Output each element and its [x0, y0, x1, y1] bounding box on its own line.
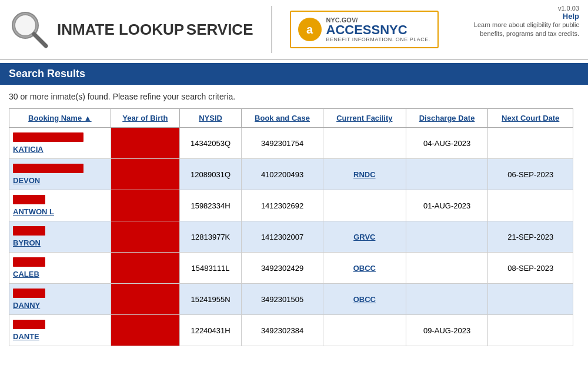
accessnyc-name-label: ACCESSNYC	[326, 24, 430, 37]
table-row: CALEB 15483111L3492302429OBCC08-SEP-2023	[9, 253, 573, 284]
help-area: v1.0.03 Help Learn more about eligibilit…	[450, 5, 579, 39]
next-court-date-cell	[488, 284, 573, 315]
table-row: KATICIA 14342053Q349230175404-AUG-2023	[9, 128, 573, 159]
nysid-cell: 15982334H	[179, 190, 241, 221]
year-of-birth-sort[interactable]: Year of Birth	[122, 114, 168, 122]
logo-area: INMATE LOOKUP SERVICE	[9, 9, 253, 50]
page-header: INMATE LOOKUP SERVICE a NYC.GOV/ ACCESSN…	[0, 0, 588, 60]
help-link[interactable]: Help	[450, 12, 579, 21]
discharge-date-sort[interactable]: Discharge Date	[419, 114, 475, 122]
table-row: DANTE 12240431H349230238409-AUG-2023	[9, 315, 573, 346]
name-redact-bar	[13, 132, 83, 142]
current-facility-sort[interactable]: Current Facility	[336, 114, 392, 122]
name-redact-bar	[13, 320, 45, 329]
accessnyc-icon: a	[298, 18, 322, 41]
inmate-name-link[interactable]: ANTWON L	[13, 207, 107, 216]
table-container: Booking Name ▲ Year of Birth NYSID Book …	[0, 108, 588, 346]
nysid-sort[interactable]: NYSID	[199, 114, 222, 122]
next-court-date-cell	[488, 315, 573, 346]
discharge-date-cell	[406, 221, 488, 253]
col-current-facility[interactable]: Current Facility	[323, 109, 406, 128]
col-nysid[interactable]: NYSID	[179, 109, 241, 128]
col-year-of-birth[interactable]: Year of Birth	[111, 109, 179, 128]
nysid-cell: 12813977K	[179, 221, 241, 253]
current-facility-cell[interactable]: GRVC	[323, 221, 406, 253]
table-row: DANNY 15241955N3492301505OBCC	[9, 284, 573, 315]
results-message: 30 or more inmate(s) found. Please refin…	[0, 85, 588, 108]
accessnyc-area: a NYC.GOV/ ACCESSNYC BENEFIT INFORMATION…	[290, 11, 439, 48]
col-next-court-date[interactable]: Next Court Date	[488, 109, 573, 128]
col-discharge-date[interactable]: Discharge Date	[406, 109, 488, 128]
inmate-name-link[interactable]: BYRON	[13, 238, 107, 247]
next-court-date-cell: 21-SEP-2023	[488, 221, 573, 253]
inmate-name-link[interactable]: KATICIA	[13, 145, 107, 154]
book-case-cell: 3492301754	[242, 128, 323, 159]
accessnyc-tagline-label: BENEFIT INFORMATION. ONE PLACE.	[326, 37, 430, 42]
help-description: Learn more about eligibility for public …	[450, 21, 579, 39]
search-results-bar: Search Results	[0, 63, 588, 85]
table-header-row: Booking Name ▲ Year of Birth NYSID Book …	[9, 109, 573, 128]
year-of-birth-cell	[111, 221, 179, 253]
facility-link[interactable]: OBCC	[353, 295, 376, 304]
year-of-birth-cell	[111, 253, 179, 284]
booking-name-sort[interactable]: Booking Name ▲	[28, 114, 92, 122]
name-redact-bar	[13, 226, 45, 236]
facility-link[interactable]: OBCC	[353, 264, 376, 273]
booking-name-cell: KATICIA	[9, 128, 111, 159]
inmate-name-link[interactable]: DANNY	[13, 301, 107, 310]
inmate-name-link[interactable]: CALEB	[13, 270, 107, 279]
header-divider	[271, 6, 272, 53]
name-redact-bar	[13, 257, 45, 267]
logo-title: INMATE LOOKUP SERVICE	[57, 21, 253, 38]
svg-line-2	[34, 34, 46, 46]
nysid-cell: 12240431H	[179, 315, 241, 346]
accessnyc-text-block: NYC.GOV/ ACCESSNYC BENEFIT INFORMATION. …	[326, 16, 430, 42]
booking-name-cell: DANNY	[9, 284, 111, 315]
year-of-birth-cell	[111, 315, 179, 346]
nysid-cell: 12089031Q	[179, 159, 241, 190]
name-redact-bar	[13, 164, 83, 173]
next-court-date-cell	[488, 190, 573, 221]
table-row: BYRON 12813977K1412302007GRVC21-SEP-2023	[9, 221, 573, 253]
results-count-text: 30 or more inmate(s) found. Please refin…	[9, 92, 235, 101]
current-facility-cell	[323, 128, 406, 159]
nysid-cell: 15241955N	[179, 284, 241, 315]
inmates-table: Booking Name ▲ Year of Birth NYSID Book …	[9, 108, 573, 346]
current-facility-cell[interactable]: RNDC	[323, 159, 406, 190]
nysid-cell: 14342053Q	[179, 128, 241, 159]
year-of-birth-cell	[111, 190, 179, 221]
booking-name-cell: ANTWON L	[9, 190, 111, 221]
accessnyc-logo: a NYC.GOV/ ACCESSNYC BENEFIT INFORMATION…	[290, 11, 439, 48]
current-facility-cell	[323, 315, 406, 346]
next-court-date-cell	[488, 128, 573, 159]
table-row: DEVON 12089031Q4102200493RNDC06-SEP-2023	[9, 159, 573, 190]
col-book-case[interactable]: Book and Case	[242, 109, 323, 128]
next-court-date-cell: 06-SEP-2023	[488, 159, 573, 190]
version-label: v1.0.03	[558, 5, 579, 12]
book-case-cell: 4102200493	[242, 159, 323, 190]
next-court-date-cell: 08-SEP-2023	[488, 253, 573, 284]
search-icon	[9, 9, 50, 50]
inmate-name-link[interactable]: DEVON	[13, 176, 107, 185]
search-results-title: Search Results	[9, 68, 85, 79]
discharge-date-cell	[406, 159, 488, 190]
current-facility-cell[interactable]: OBCC	[323, 253, 406, 284]
booking-name-cell: DEVON	[9, 159, 111, 190]
booking-name-cell: CALEB	[9, 253, 111, 284]
current-facility-cell[interactable]: OBCC	[323, 284, 406, 315]
discharge-date-cell	[406, 253, 488, 284]
year-of-birth-cell	[111, 128, 179, 159]
next-court-date-sort[interactable]: Next Court Date	[502, 114, 559, 122]
book-case-cell: 3492301505	[242, 284, 323, 315]
inmate-name-link[interactable]: DANTE	[13, 332, 107, 341]
facility-link[interactable]: GRVC	[353, 233, 375, 241]
booking-name-cell: DANTE	[9, 315, 111, 346]
col-booking-name[interactable]: Booking Name ▲	[9, 109, 111, 128]
book-case-sort[interactable]: Book and Case	[255, 114, 310, 122]
table-row: ANTWON L 15982334H141230269201-AUG-2023	[9, 190, 573, 221]
facility-link[interactable]: RNDC	[353, 170, 376, 179]
booking-name-cell: BYRON	[9, 221, 111, 253]
table-body: KATICIA 14342053Q349230175404-AUG-2023 D…	[9, 128, 573, 346]
name-redact-bar	[13, 195, 45, 204]
book-case-cell: 1412302007	[242, 221, 323, 253]
